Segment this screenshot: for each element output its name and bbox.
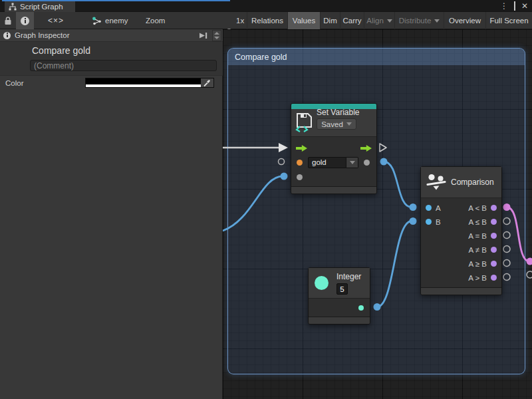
scroll-down-icon[interactable] <box>214 37 219 39</box>
inspector-title: Graph Inspector <box>15 31 69 39</box>
unconnected-port[interactable] <box>503 246 510 253</box>
toolbar-button-fullscreen[interactable]: Full Screen <box>485 12 532 29</box>
integer-out-port[interactable] <box>358 305 364 311</box>
graph-inspector-panel: Graph Inspector Compare gold Color <box>0 29 223 399</box>
chevron-down-icon <box>350 161 355 164</box>
code-preview-button[interactable]: <×> <box>41 12 70 29</box>
toolbar-button-values[interactable]: Values <box>287 12 320 29</box>
port-row: A A < B <box>421 201 501 215</box>
eyedropper-button[interactable] <box>201 78 213 87</box>
toolbar-button-distribute[interactable]: Distribute <box>394 12 444 29</box>
unconnected-port[interactable] <box>503 232 510 239</box>
close-icon[interactable]: ✕ <box>521 0 528 12</box>
variable-scope-dropdown[interactable]: Saved <box>317 118 356 130</box>
unconnected-port[interactable] <box>279 159 285 165</box>
code-icon: <×> <box>48 16 64 25</box>
chevron-down-icon <box>434 19 440 23</box>
eyedropper-icon <box>203 78 211 87</box>
comment-input[interactable] <box>30 60 217 71</box>
lock-button[interactable] <box>1 12 15 29</box>
port-row: A = B <box>421 229 501 243</box>
inspector-scroll-arrows[interactable] <box>212 30 221 41</box>
wire-endpoint[interactable] <box>281 173 288 180</box>
toolbar-button-align[interactable]: Align <box>364 12 394 29</box>
color-swatch[interactable] <box>85 78 214 88</box>
dock-icon[interactable] <box>198 31 208 41</box>
value-in-row <box>291 170 376 184</box>
graph-asset-icon <box>92 16 102 26</box>
toolbar-button-overview[interactable]: Overview <box>444 12 485 29</box>
input-a-port[interactable] <box>426 205 432 211</box>
wire-endpoint[interactable] <box>374 303 381 311</box>
toolbar-button-dim[interactable]: Dim <box>320 12 340 29</box>
lock-icon <box>4 16 12 25</box>
inspector-toggle-button[interactable] <box>16 12 34 29</box>
graph-canvas[interactable]: Compare gold <box>223 29 532 399</box>
port-row: A ≠ B <box>421 243 501 257</box>
output-port-a-eq-b[interactable] <box>491 233 497 239</box>
input-b-port[interactable] <box>426 219 432 225</box>
variable-name-row: gold <box>291 155 376 170</box>
color-rgb-strip <box>86 78 201 84</box>
unconnected-flow-port[interactable] <box>380 144 386 152</box>
tab-bar: Script Graph ⋮ ✕ <box>0 0 532 12</box>
output-port-a-lte-b[interactable] <box>491 219 497 225</box>
blue-wire-integer-to-b[interactable] <box>377 221 412 307</box>
toolbar-button-carry[interactable]: Carry <box>340 12 364 29</box>
comparison-icon <box>426 174 446 191</box>
toolbar-button-relations[interactable]: Relations <box>247 12 287 29</box>
tab-label: Script Graph <box>20 3 63 11</box>
variable-name-field[interactable]: gold <box>308 157 346 168</box>
inspector-header: Graph Inspector <box>0 29 223 42</box>
node-header[interactable]: Comparison <box>421 167 501 198</box>
flow-out-port[interactable] <box>360 144 372 152</box>
blue-wire-setvar-to-a[interactable] <box>384 162 412 207</box>
save-variable-icon <box>295 112 313 132</box>
variable-name-dropdown[interactable] <box>346 157 358 168</box>
unconnected-port[interactable] <box>527 271 532 278</box>
output-port-a-neq-b[interactable] <box>491 247 497 253</box>
info-icon <box>3 32 11 39</box>
unconnected-port[interactable] <box>503 260 510 267</box>
integer-value-field[interactable]: 5 <box>336 283 348 295</box>
unconnected-port[interactable] <box>503 218 510 225</box>
output-port-a-gt-b[interactable] <box>491 275 497 281</box>
node-set-variable[interactable]: Set Variable Saved gold <box>291 103 377 194</box>
scroll-up-icon[interactable] <box>214 32 219 35</box>
value-out-port[interactable] <box>364 160 370 166</box>
tab-script-graph[interactable]: Script Graph <box>5 1 75 12</box>
flow-in-port[interactable] <box>296 144 307 152</box>
output-port-a-gte-b[interactable] <box>491 261 497 267</box>
kebab-menu-icon[interactable]: ⋮ <box>500 0 508 12</box>
script-graph-window: Script Graph ⋮ ✕ <×> <box>0 0 532 399</box>
flow-arrowhead <box>279 143 288 152</box>
name-port[interactable] <box>297 160 303 166</box>
graph-reference[interactable]: enemy <box>92 12 128 29</box>
chevron-down-icon <box>346 122 352 126</box>
node-title: Integer <box>336 272 361 281</box>
maximize-icon[interactable] <box>514 2 515 10</box>
value-in-port[interactable] <box>297 174 303 180</box>
node-body: A A < B B A ≤ B A = B A ≠ B <box>421 198 501 285</box>
node-integer[interactable]: Integer 5 <box>308 267 370 325</box>
wire-endpoint[interactable] <box>410 203 417 211</box>
wire-endpoint[interactable] <box>527 258 532 265</box>
color-alpha-strip <box>86 84 201 87</box>
output-port-a-lt-b[interactable] <box>491 205 497 211</box>
wire-endpoint[interactable] <box>503 203 511 211</box>
node-body <box>309 299 370 317</box>
node-footer[interactable] <box>291 186 376 194</box>
unconnected-port[interactable] <box>503 274 510 281</box>
wire-endpoint[interactable] <box>380 158 388 166</box>
node-comparison[interactable]: Comparison A A < B B A ≤ B A = B <box>420 166 502 295</box>
node-footer[interactable] <box>421 287 501 295</box>
blue-wire-left-input[interactable] <box>223 176 283 231</box>
color-label: Color <box>5 79 23 87</box>
wire-endpoint[interactable] <box>410 217 417 225</box>
info-icon <box>21 17 29 25</box>
zoom-value: 1x <box>236 12 244 29</box>
window-controls: ⋮ ✕ <box>500 0 531 12</box>
script-graph-icon <box>9 3 17 11</box>
node-footer[interactable] <box>309 317 370 324</box>
port-row: A > B <box>421 271 501 285</box>
